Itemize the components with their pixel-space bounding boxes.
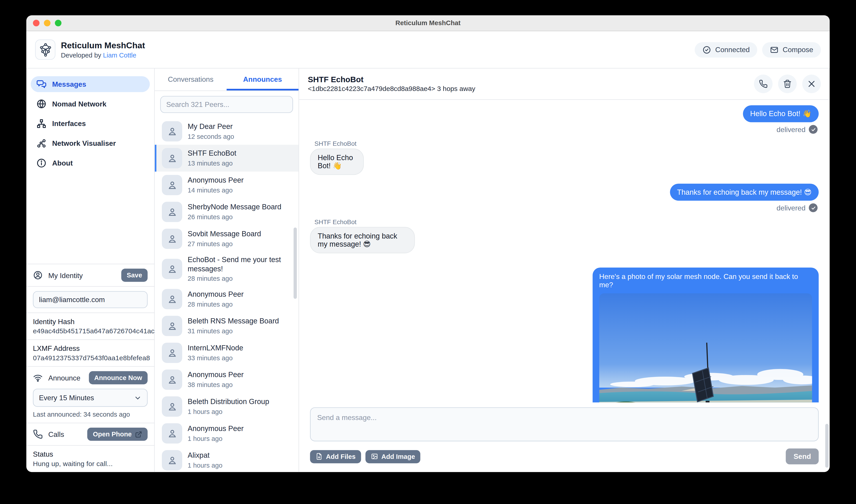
peer-name: Anonymous Peer	[188, 425, 244, 434]
external-link-icon	[135, 431, 142, 438]
status-value: Hung up, waiting for call...	[33, 460, 147, 468]
chevron-down-icon	[134, 394, 142, 401]
peer-name: Anonymous Peer	[188, 371, 244, 380]
close-conversation-button[interactable]	[802, 75, 821, 93]
my-identity-title: My Identity	[48, 271, 83, 280]
user-icon	[167, 401, 178, 412]
peer-name: SherbyNode Message Board	[188, 203, 281, 212]
photo-attachment[interactable]	[599, 293, 812, 402]
lxmf-address-section: LXMF Address 07a4912375337d7543f0aa1e8bf…	[26, 339, 154, 366]
call-button[interactable]	[754, 75, 773, 93]
peer-item[interactable]: Anonymous Peer1 hours ago	[155, 420, 298, 447]
delivered-text: delivered	[776, 204, 806, 212]
delete-conversation-button[interactable]	[778, 75, 797, 93]
peer-item-selected[interactable]: SHTF EchoBot13 minutes ago	[155, 145, 298, 172]
avatar	[162, 121, 182, 141]
avatar	[162, 148, 182, 168]
app-logo	[35, 39, 55, 60]
user-icon	[167, 206, 178, 217]
delivered-check-icon	[809, 125, 818, 134]
peer-time: 28 minutes ago	[188, 301, 244, 308]
sidebar-item-nomad-network[interactable]: Nomad Network	[31, 96, 150, 112]
message-list: Hello Echo Bot! 👋 delivered SHTF EchoBot…	[299, 100, 829, 402]
sidebar-item-label: Network Visualiser	[52, 139, 116, 147]
check-circle-icon	[703, 45, 712, 54]
peer-item[interactable]: Anonymous Peer14 minutes ago	[155, 172, 298, 199]
globe-icon	[36, 98, 47, 109]
sidebar-item-about[interactable]: About	[31, 155, 150, 171]
chat-peer-info: <1dbc2281c4223c7a479de8cd8a988ae4> 3 hop…	[308, 85, 475, 92]
message-status: delivered	[776, 125, 818, 134]
avatar	[162, 202, 182, 222]
user-icon	[167, 179, 178, 191]
display-name-section	[26, 286, 154, 312]
message-status: delivered	[776, 203, 818, 212]
compose-button[interactable]: Compose	[762, 42, 821, 57]
chat-panel: SHTF EchoBot <1dbc2281c4223c7a479de8cd8a…	[299, 69, 829, 472]
close-icon	[807, 79, 816, 88]
app-subtitle: Developed by Liam Cottle	[61, 51, 145, 59]
add-image-button[interactable]: Add Image	[366, 450, 421, 463]
avatar	[162, 175, 182, 195]
peer-time: 1 hours ago	[188, 435, 244, 443]
peer-item[interactable]: Beleth Distribution Group1 hours ago	[155, 393, 298, 420]
open-phone-label: Open Phone	[93, 430, 132, 438]
peer-name: Sovbit Message Board	[188, 230, 261, 239]
peer-item[interactable]: Alixpat1 hours ago	[155, 447, 298, 472]
peer-item[interactable]: Beleth RNS Message Board31 minutes ago	[155, 313, 298, 340]
avatar	[162, 259, 182, 279]
phone-icon	[33, 429, 43, 439]
phone-icon	[759, 79, 768, 88]
save-button[interactable]: Save	[121, 269, 147, 282]
search-input[interactable]	[160, 96, 293, 113]
avatar	[162, 343, 182, 363]
window-title: Reticulum MeshChat	[26, 19, 830, 27]
peer-item[interactable]: InternLXMFNode33 minutes ago	[155, 340, 298, 366]
peer-name: My Dear Peer	[188, 122, 234, 132]
user-circle-icon	[33, 270, 43, 280]
tab-announces[interactable]: Announces	[227, 69, 298, 91]
announce-interval-value: Every 15 Minutes	[39, 394, 94, 402]
peer-item[interactable]: EchoBot - Send me your test messages!28 …	[155, 252, 298, 286]
network-icon	[36, 119, 47, 129]
display-name-input[interactable]	[33, 291, 147, 308]
send-button[interactable]: Send	[786, 449, 819, 465]
sidebar-item-messages[interactable]: Messages	[31, 76, 150, 92]
sidebar-item-network-visualiser[interactable]: Network Visualiser	[31, 136, 150, 151]
peer-time: 12 seconds ago	[188, 132, 234, 140]
peer-name: Anonymous Peer	[188, 176, 244, 185]
identity-hash-value: e49ac4d5b451715a647a6726704c41ac	[33, 327, 147, 335]
peer-time: 1 hours ago	[188, 462, 223, 469]
peer-name: Beleth Distribution Group	[188, 398, 269, 407]
peer-time: 1 hours ago	[188, 408, 269, 415]
identity-hash-label: Identity Hash	[33, 317, 147, 326]
announce-now-button[interactable]: Announce Now	[89, 371, 148, 384]
announce-title: Announce	[48, 374, 81, 382]
tab-conversations[interactable]: Conversations	[155, 69, 227, 91]
peer-time: 14 minutes ago	[188, 186, 244, 194]
open-phone-button[interactable]: Open Phone	[87, 428, 148, 441]
connected-status-button[interactable]: Connected	[695, 42, 757, 57]
peer-item[interactable]: SherbyNode Message Board26 minutes ago	[155, 199, 298, 226]
app-header: Reticulum MeshChat Developed by Liam Cot…	[26, 31, 830, 69]
outgoing-message: Hello Echo Bot! 👋	[743, 105, 819, 122]
peer-item[interactable]: Sovbit Message Board27 minutes ago	[155, 225, 298, 252]
compose-label: Compose	[783, 46, 813, 54]
message-input[interactable]	[310, 408, 819, 441]
user-icon	[167, 126, 178, 137]
delivered-check-icon	[809, 203, 818, 212]
file-plus-icon	[316, 453, 323, 460]
add-files-button[interactable]: Add Files	[310, 450, 361, 463]
peer-item[interactable]: My Dear Peer12 seconds ago	[155, 118, 298, 145]
screen: Reticulum MeshChat Reticulum MeshChat De…	[0, 0, 856, 504]
peer-item[interactable]: Anonymous Peer28 minutes ago	[155, 286, 298, 313]
sidebar-item-interfaces[interactable]: Interfaces	[31, 116, 150, 132]
incoming-message-group: SHTF EchoBot Hello Echo Bot! 👋	[310, 140, 387, 175]
incoming-message-group: SHTF EchoBot Thanks for echoing back my …	[310, 219, 460, 253]
peer-item[interactable]: Anonymous Peer38 minutes ago	[155, 366, 298, 393]
peer-list-scrollbar[interactable]	[294, 228, 297, 299]
developer-link[interactable]: Liam Cottle	[103, 51, 136, 59]
user-icon	[167, 233, 178, 245]
announce-interval-select[interactable]: Every 15 Minutes	[33, 389, 147, 407]
chat-header: SHTF EchoBot <1dbc2281c4223c7a479de8cd8a…	[299, 69, 829, 100]
